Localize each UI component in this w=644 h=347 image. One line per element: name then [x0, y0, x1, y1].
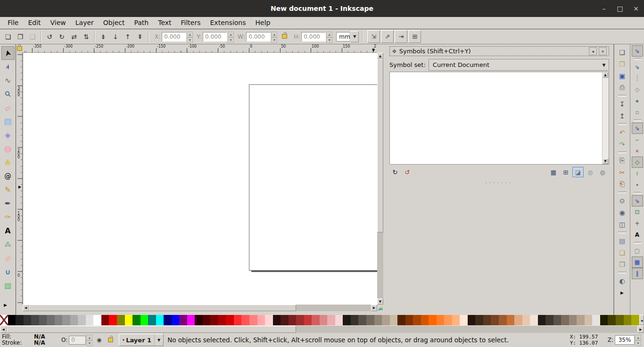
palette-swatch[interactable]: [39, 315, 47, 325]
palette-swatch[interactable]: [226, 315, 234, 325]
palette-swatch[interactable]: [117, 315, 125, 325]
layer-visibility-toggle[interactable]: ◉: [94, 335, 104, 345]
palette-swatch[interactable]: [444, 315, 452, 325]
palette-swatch[interactable]: [265, 315, 273, 325]
palette-swatch[interactable]: [553, 315, 561, 325]
palette-swatch[interactable]: [413, 315, 421, 325]
snap-guides-toggle[interactable]: ∥: [632, 268, 643, 279]
palette-swatch[interactable]: [31, 315, 39, 325]
palette-scroll-thumb[interactable]: [7, 326, 296, 333]
select-all-button[interactable]: ❏: [2, 31, 14, 43]
zoom-drawing-button[interactable]: ◉: [616, 207, 628, 218]
duplicate-button[interactable]: ▤: [616, 235, 628, 247]
grid-loose-button[interactable]: ⊞: [560, 167, 571, 177]
scroll-down-arrow[interactable]: ▼: [377, 298, 383, 305]
layer-lock-toggle[interactable]: [106, 335, 115, 345]
ruler-lock-toggle[interactable]: [16, 44, 23, 53]
palette-swatch[interactable]: [234, 315, 242, 325]
palette-swatch[interactable]: [273, 315, 281, 325]
lock-layer-button[interactable]: ❑: [616, 247, 628, 258]
opacity-spinner[interactable]: ▲▼: [86, 335, 92, 345]
h-field[interactable]: 0.000: [301, 32, 326, 41]
palette-swatch[interactable]: [577, 315, 585, 325]
fit-symbol-button[interactable]: ◪: [572, 167, 584, 177]
palette-swatch[interactable]: [257, 315, 265, 325]
palette-swatch[interactable]: [460, 315, 468, 325]
palette-swatch[interactable]: [241, 315, 249, 325]
maximize-button[interactable]: □: [612, 5, 628, 12]
palette-swatch[interactable]: [156, 315, 164, 325]
palette-swatch[interactable]: [507, 315, 515, 325]
symbols-panel-header[interactable]: ❖ Symbols (Shift+Ctrl+Y) ◂ ×: [389, 46, 609, 56]
palette-swatch[interactable]: [397, 315, 405, 325]
minimize-button[interactable]: –: [596, 5, 612, 12]
snap-bbox-centers-toggle[interactable]: ▫: [632, 107, 643, 118]
palette-swatch[interactable]: [358, 315, 366, 325]
symbol-set-select[interactable]: Current Document ▼: [429, 59, 609, 71]
palette-swatch[interactable]: [499, 315, 507, 325]
unlock-layer-button[interactable]: ❒: [616, 258, 628, 270]
palette-swatch[interactable]: [140, 315, 149, 325]
snap-grids-toggle[interactable]: ▦: [632, 256, 643, 268]
print-button[interactable]: ⎙: [616, 82, 628, 93]
palette-swatch[interactable]: [538, 315, 546, 325]
palette-swatch[interactable]: [187, 315, 195, 325]
grid-tight-button[interactable]: ▦: [548, 167, 559, 177]
zoom-tool[interactable]: ⚲: [1, 87, 15, 101]
layer-select[interactable]: ‣ Layer 1 ▼: [119, 334, 164, 346]
symbols-list-scrollbar[interactable]: ▲ ▼: [602, 72, 609, 164]
palette-swatch[interactable]: [24, 315, 32, 325]
scale-corners-toggle[interactable]: ⊞: [408, 30, 421, 43]
lock-ratio-toggle[interactable]: [282, 33, 287, 40]
menu-item[interactable]: Help: [251, 17, 275, 29]
snap-path-intersections-toggle[interactable]: ✕: [632, 145, 643, 157]
snap-text-toggle[interactable]: A: [632, 229, 643, 240]
redo-button[interactable]: ↷: [616, 138, 628, 150]
palette-swatch[interactable]: [320, 315, 328, 325]
spray-tool[interactable]: ⁂: [1, 238, 15, 251]
palette-swatch[interactable]: [0, 315, 8, 325]
canvas[interactable]: [23, 53, 377, 305]
palette-swatch[interactable]: [475, 315, 483, 325]
scroll-right-arrow[interactable]: ▶: [371, 305, 377, 311]
palette-swatch[interactable]: [172, 315, 180, 325]
palette-swatch[interactable]: [210, 315, 218, 325]
object-to-symbol-button[interactable]: ↻: [389, 167, 401, 177]
snap-rotation-centers-toggle[interactable]: +: [632, 218, 643, 229]
zoom-spinner[interactable]: ▲▼: [635, 335, 641, 345]
snap-page-border-toggle[interactable]: ▢: [632, 245, 643, 256]
palette-scroll-arrow[interactable]: ◀: [639, 315, 644, 325]
fill-stroke-dialog-button[interactable]: ◐: [616, 275, 628, 287]
scroll-up-arrow[interactable]: ▲: [377, 53, 383, 59]
palette-swatch[interactable]: [203, 315, 211, 325]
palette-swatch[interactable]: [281, 315, 289, 325]
palette-swatch[interactable]: [86, 315, 94, 325]
palette-swatch[interactable]: [16, 315, 24, 325]
save-button[interactable]: ▣: [616, 70, 628, 82]
palette-swatch[interactable]: [218, 315, 226, 325]
text-tool[interactable]: A: [1, 224, 15, 238]
deselect-button[interactable]: ❑: [26, 31, 39, 43]
vertical-ruler[interactable]: 3002001000 ▶: [16, 53, 23, 305]
palette-swatch[interactable]: [452, 315, 460, 325]
palette-swatch[interactable]: [483, 315, 491, 325]
snap-bbox-edges-toggle[interactable]: ┆: [632, 73, 643, 84]
gradient-tool[interactable]: ▧: [1, 279, 15, 292]
palette-swatch[interactable]: [592, 315, 600, 325]
menu-item[interactable]: Layer: [71, 17, 99, 29]
palette-swatch[interactable]: [631, 315, 639, 325]
cut-button[interactable]: ✂: [616, 166, 628, 178]
zoom-field[interactable]: 35%: [615, 335, 635, 345]
palette-swatch[interactable]: [616, 315, 624, 325]
open-document-button[interactable]: ❐: [616, 58, 628, 70]
palette-swatch[interactable]: [132, 315, 140, 325]
palette-swatch[interactable]: [585, 315, 593, 325]
snap-others-toggle[interactable]: ⇘: [632, 195, 643, 207]
palette-swatch[interactable]: [289, 315, 297, 325]
rectangle-tool[interactable]: ■: [1, 115, 15, 128]
scroll-up-arrow[interactable]: ▲: [603, 72, 608, 78]
flip-horizontal-button[interactable]: ⇄: [68, 31, 80, 43]
palette-swatch[interactable]: [390, 315, 398, 325]
paste-button[interactable]: ⎗: [616, 178, 628, 190]
palette-swatch[interactable]: [468, 315, 476, 325]
